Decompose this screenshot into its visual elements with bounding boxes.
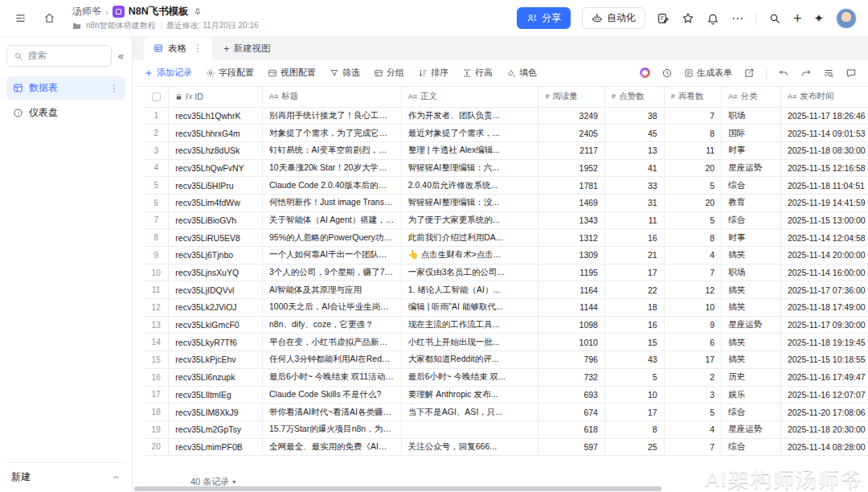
- cell-id[interactable]: recv35LhhrxG4m: [169, 125, 263, 142]
- more-vertical-icon[interactable]: ⋮: [193, 43, 203, 54]
- cell-title[interactable]: 关于智能体（AI Agent）搭建，Dify...: [262, 211, 401, 229]
- row-number[interactable]: 18: [144, 404, 169, 421]
- cell-likes[interactable]: 41: [604, 159, 664, 177]
- cell-body[interactable]: 当下不是AGI、ASI，只...: [401, 404, 538, 421]
- row-number[interactable]: 10: [144, 264, 169, 281]
- generate-form-button[interactable]: 生成表单: [684, 67, 732, 79]
- cell-id[interactable]: recv35LkyR7Tf6: [169, 334, 263, 351]
- cell-likes[interactable]: 31: [604, 194, 664, 211]
- cell-title[interactable]: 对象提了个需求，为了完成它具象...: [262, 125, 401, 142]
- cell-category[interactable]: 搞笑: [722, 247, 781, 264]
- row-number[interactable]: 13: [144, 316, 169, 334]
- cell-looks[interactable]: 5: [664, 177, 722, 195]
- cell-looks[interactable]: 11: [664, 141, 722, 159]
- cell-reads[interactable]: 796: [538, 351, 605, 369]
- cell-published[interactable]: 2025-11-17 18:26:46: [780, 107, 868, 125]
- cell-published[interactable]: 2025-11-17 09:30:00: [780, 316, 868, 334]
- cell-likes[interactable]: 22: [604, 281, 664, 299]
- more-vertical-icon[interactable]: ⋮: [109, 83, 119, 94]
- cell-body[interactable]: 现在主流的工作流工具...: [401, 316, 538, 334]
- cell-likes[interactable]: 8: [604, 420, 664, 438]
- cell-reads[interactable]: 1010: [538, 334, 605, 351]
- cell-category[interactable]: 综合: [722, 438, 781, 456]
- breadcrumb-root[interactable]: 汤师爷: [72, 5, 101, 18]
- cell-published[interactable]: 2025-11-14 20:00:00: [780, 247, 868, 264]
- cell-category[interactable]: 职场: [722, 264, 781, 281]
- cell-likes[interactable]: 16: [604, 229, 664, 247]
- cell-category[interactable]: 历史: [722, 368, 781, 386]
- cell-id[interactable]: recv35LIM8XkJ9: [169, 404, 263, 421]
- cell-body[interactable]: 智猩猩AI整理编辑：六...: [401, 159, 538, 177]
- cell-looks[interactable]: 10: [664, 299, 722, 317]
- row-number[interactable]: 8: [144, 229, 169, 247]
- cell-id[interactable]: recv35Lh1QwhrK: [169, 107, 263, 125]
- column-header-id[interactable]: ƒxID: [169, 87, 263, 107]
- cell-reads[interactable]: 1164: [538, 281, 605, 299]
- cell-id[interactable]: recv35LjIDQVvl: [169, 281, 263, 299]
- cell-reads[interactable]: 1195: [538, 264, 605, 281]
- cell-body[interactable]: 要理解 Anthropic 发布...: [401, 386, 538, 404]
- search-icon[interactable]: [768, 12, 781, 25]
- cell-category[interactable]: 搞笑: [722, 299, 781, 317]
- cell-id[interactable]: recv35LIltmlEg: [169, 386, 263, 404]
- cell-category[interactable]: 时事: [722, 229, 781, 247]
- share-view-icon[interactable]: [743, 68, 755, 79]
- redo-icon[interactable]: [800, 68, 812, 79]
- cell-published[interactable]: 2025-11-14 09:01:53: [780, 125, 868, 142]
- row-number[interactable]: 7: [144, 211, 169, 229]
- history-icon[interactable]: [661, 68, 673, 79]
- cell-likes[interactable]: 25: [604, 438, 664, 456]
- cell-likes[interactable]: 16: [604, 316, 664, 334]
- cell-title[interactable]: 何恺明新作！Just image Transfor...: [262, 194, 401, 211]
- color-ring-icon[interactable]: [640, 68, 650, 78]
- caret-down-icon[interactable]: ▾: [232, 478, 235, 486]
- folder-name[interactable]: n8n智能体搭建教程: [86, 20, 156, 31]
- cell-looks[interactable]: 6: [664, 334, 722, 351]
- cell-title[interactable]: 最后6小时~ 今晚结束 双11活动倒计...: [262, 368, 401, 386]
- cell-body[interactable]: 作为开发者、团队负责...: [401, 107, 538, 125]
- cell-id[interactable]: recv35LmimPF0B: [169, 438, 263, 456]
- pin-icon[interactable]: [193, 7, 203, 17]
- cell-published[interactable]: 2025-11-14 16:00:00: [780, 264, 868, 281]
- sparkle-icon[interactable]: ✦: [813, 12, 824, 24]
- cell-reads[interactable]: 3249: [538, 107, 605, 125]
- cell-likes[interactable]: 18: [604, 299, 664, 317]
- sidebar-new-button[interactable]: 新建: [6, 462, 125, 486]
- cell-body[interactable]: 👆 点击生财有术>点击...: [401, 247, 538, 264]
- cell-body[interactable]: 小红书上开始出现一批...: [401, 334, 538, 351]
- star-badge-icon[interactable]: [682, 12, 694, 25]
- cell-id[interactable]: recv35Lhz8dUSk: [169, 141, 263, 159]
- cell-body[interactable]: 2.0.40后允许修改系统...: [401, 177, 538, 195]
- cell-id[interactable]: recv35LkPjcEhv: [169, 351, 263, 369]
- cell-title[interactable]: Claude Code 2.0.40版本后的一些...: [262, 177, 401, 195]
- horizontal-scrollbar[interactable]: [134, 486, 866, 491]
- cell-body[interactable]: 最近对象提了个需求，...: [401, 125, 538, 142]
- cell-body[interactable]: 整理 | 牛透社 Alex编辑...: [401, 141, 538, 159]
- select-all-checkbox[interactable]: [144, 87, 169, 107]
- cell-looks[interactable]: 5: [664, 404, 722, 421]
- cell-looks[interactable]: 17: [664, 351, 722, 369]
- cell-published[interactable]: 2025-11-20 17:08:06: [780, 404, 868, 421]
- collapse-sidebar-icon[interactable]: «: [117, 50, 125, 62]
- cell-reads[interactable]: 1343: [538, 211, 605, 229]
- row-number[interactable]: 16: [144, 368, 169, 386]
- column-header-body[interactable]: A≡正文: [401, 87, 538, 107]
- cell-looks[interactable]: 7: [664, 264, 722, 281]
- row-number[interactable]: 17: [144, 386, 169, 404]
- new-view-button[interactable]: + 新建视图: [212, 37, 282, 59]
- cell-likes[interactable]: 17: [604, 404, 664, 421]
- more-icon[interactable]: ⋯: [731, 12, 743, 24]
- cell-looks[interactable]: 7: [664, 438, 722, 456]
- cell-id[interactable]: recv35LI6nzupk: [169, 368, 263, 386]
- column-header-looks[interactable]: #再看数: [664, 87, 722, 107]
- cell-reads[interactable]: 618: [538, 420, 605, 438]
- cell-id[interactable]: recv35LiRU5EV8: [169, 229, 263, 247]
- cell-reads[interactable]: 732: [538, 368, 605, 386]
- cell-body[interactable]: 关注公众号，回复666...: [401, 438, 538, 456]
- cell-reads[interactable]: 2405: [538, 125, 605, 142]
- cell-reads[interactable]: 1144: [538, 299, 605, 317]
- row-number[interactable]: 15: [144, 351, 169, 369]
- home-icon[interactable]: [39, 8, 59, 29]
- cell-body[interactable]: 编辑 | 听雨"AI 能够取代...: [401, 299, 538, 317]
- cell-title[interactable]: 3个人的公司，9个星期，赚了700万: [262, 264, 401, 281]
